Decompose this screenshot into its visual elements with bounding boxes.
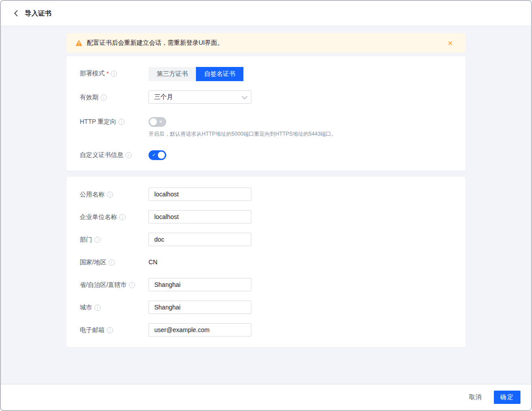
- validity-selected-value: 三个月: [154, 93, 173, 101]
- custom-cert-info-label: 自定义证书信息 i: [80, 149, 149, 159]
- page-title: 导入证书: [25, 9, 51, 18]
- info-icon[interactable]: i: [129, 282, 135, 288]
- department-row: 部门 i: [80, 233, 452, 246]
- http-redirect-help-text: 开启后，默认将请求从HTTP地址的5000端口重定向到HTTPS地址的5443端…: [149, 130, 452, 138]
- department-input[interactable]: [149, 233, 251, 246]
- info-icon[interactable]: i: [125, 152, 132, 158]
- common-name-input[interactable]: [149, 188, 251, 201]
- back-button[interactable]: [12, 9, 20, 18]
- import-certificate-page: 导入证书 配置证书后会重新建立会话，需重新登录UI界面。 ✕ 部署模式* i: [0, 0, 532, 411]
- http-redirect-toggle[interactable]: ✕: [149, 117, 166, 127]
- content-area: 配置证书后会重新建立会话，需重新登录UI界面。 ✕ 部署模式* i 第三方证书 …: [1, 26, 531, 384]
- city-input[interactable]: [149, 301, 251, 314]
- toggle-on-check-icon: ✓: [152, 150, 156, 160]
- certificate-fields-card: 公用名称 i 企业单位名称 i 部门 i: [66, 177, 466, 347]
- settings-card: 部署模式* i 第三方证书 自签名证书 有效期 i 三个月: [66, 56, 466, 171]
- city-label-text: 城市: [80, 304, 92, 312]
- cancel-button[interactable]: 取消: [468, 391, 482, 404]
- custom-cert-info-label-text: 自定义证书信息: [80, 151, 123, 159]
- info-icon[interactable]: i: [94, 305, 101, 311]
- info-icon[interactable]: i: [111, 70, 117, 77]
- province-input[interactable]: [149, 278, 251, 291]
- banner-close-icon[interactable]: ✕: [446, 38, 455, 48]
- deploy-mode-label: 部署模式* i: [80, 67, 149, 78]
- self-signed-cert-button[interactable]: 自签名证书: [196, 67, 243, 81]
- department-label-text: 部门: [80, 236, 92, 244]
- validity-select[interactable]: 三个月: [149, 90, 251, 104]
- footer-action-bar: 取消 确定: [1, 384, 531, 410]
- third-party-cert-button[interactable]: 第三方证书: [149, 67, 196, 81]
- http-redirect-label: HTTP 重定向 i: [80, 115, 149, 126]
- info-icon[interactable]: i: [109, 259, 115, 266]
- validity-label: 有效期 i: [80, 90, 149, 102]
- info-icon[interactable]: i: [94, 237, 101, 243]
- deploy-mode-label-text: 部署模式: [80, 70, 105, 78]
- warning-banner: 配置证书后会重新建立会话，需重新登录UI界面。 ✕: [66, 33, 466, 53]
- organization-label: 企业单位名称 i: [80, 210, 149, 221]
- province-label-text: 省/自治区/直辖市: [80, 281, 127, 289]
- country-row: 国家/地区 i CN: [80, 255, 452, 269]
- chevron-down-icon: [242, 94, 247, 99]
- province-label: 省/自治区/直辖市 i: [80, 278, 149, 289]
- city-label: 城市 i: [80, 301, 149, 312]
- info-icon[interactable]: i: [118, 119, 125, 125]
- info-icon[interactable]: i: [107, 327, 113, 333]
- common-name-label-text: 公用名称: [80, 191, 105, 199]
- organization-row: 企业单位名称 i: [80, 210, 452, 223]
- organization-label-text: 企业单位名称: [80, 213, 117, 221]
- deploy-mode-row: 部署模式* i 第三方证书 自签名证书: [80, 67, 452, 81]
- organization-input[interactable]: [149, 210, 251, 223]
- custom-cert-info-toggle[interactable]: ✓: [149, 150, 166, 160]
- country-label: 国家/地区 i: [80, 255, 149, 266]
- required-asterisk: *: [106, 70, 109, 77]
- common-name-row: 公用名称 i: [80, 188, 452, 201]
- province-row: 省/自治区/直辖市 i: [80, 278, 452, 291]
- chevron-left-icon: [14, 10, 18, 16]
- validity-label-text: 有效期: [80, 94, 98, 102]
- email-row: 电子邮箱 i: [80, 323, 452, 337]
- department-label: 部门 i: [80, 233, 149, 244]
- info-icon[interactable]: i: [119, 214, 125, 220]
- info-icon[interactable]: i: [107, 192, 113, 198]
- toggle-knob: [158, 152, 165, 159]
- http-redirect-row: HTTP 重定向 i ✕ 开启后，默认将请求从HTTP地址的5000端口重定向到…: [80, 115, 452, 138]
- custom-cert-info-row: 自定义证书信息 i ✓: [80, 149, 452, 160]
- country-label-text: 国家/地区: [80, 258, 106, 266]
- country-value: CN: [149, 255, 452, 269]
- email-label: 电子邮箱 i: [80, 323, 149, 334]
- validity-row: 有效期 i 三个月: [80, 90, 452, 104]
- warning-triangle-icon: [75, 39, 82, 47]
- info-icon[interactable]: i: [101, 94, 107, 101]
- toggle-off-x-icon: ✕: [159, 117, 163, 127]
- common-name-label: 公用名称 i: [80, 188, 149, 199]
- toggle-knob: [150, 118, 157, 125]
- city-row: 城市 i: [80, 301, 452, 314]
- http-redirect-label-text: HTTP 重定向: [80, 118, 116, 126]
- deploy-mode-segmented-control: 第三方证书 自签名证书: [149, 67, 452, 81]
- page-header: 导入证书: [1, 1, 531, 26]
- email-label-text: 电子邮箱: [80, 326, 105, 334]
- warning-banner-text: 配置证书后会重新建立会话，需重新登录UI界面。: [87, 39, 446, 47]
- email-input[interactable]: [149, 323, 251, 337]
- confirm-button[interactable]: 确定: [494, 391, 520, 404]
